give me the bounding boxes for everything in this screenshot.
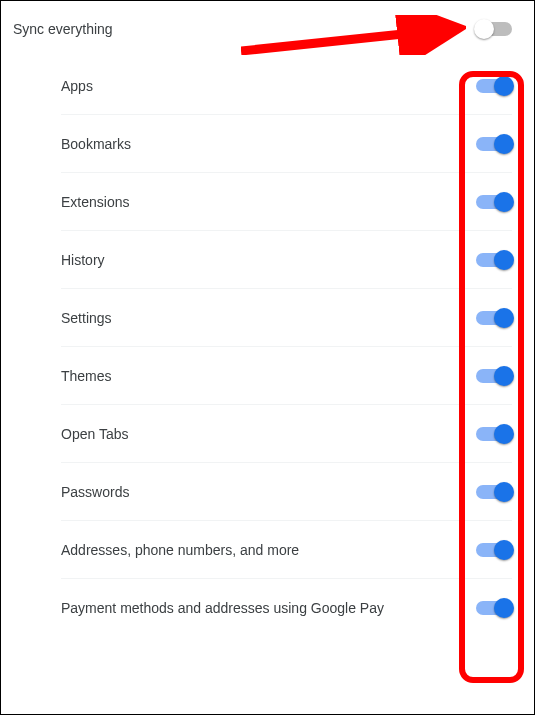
sync-item-toggle[interactable] <box>476 482 512 502</box>
toggle-thumb <box>494 424 514 444</box>
sync-item-label: Themes <box>61 368 124 384</box>
sync-item-row: Themes <box>61 347 512 405</box>
toggle-thumb <box>494 308 514 328</box>
sync-item-row: Bookmarks <box>61 115 512 173</box>
sync-everything-label: Sync everything <box>13 21 113 37</box>
sync-item-label: Bookmarks <box>61 136 143 152</box>
sync-item-label: Extensions <box>61 194 141 210</box>
sync-items-list: Apps Bookmarks Extensions History Settin… <box>1 57 534 637</box>
sync-item-row: Settings <box>61 289 512 347</box>
sync-item-row: History <box>61 231 512 289</box>
toggle-thumb <box>494 76 514 96</box>
sync-item-toggle[interactable] <box>476 134 512 154</box>
sync-item-row: Open Tabs <box>61 405 512 463</box>
sync-everything-row: Sync everything <box>1 1 534 57</box>
sync-item-label: Payment methods and addresses using Goog… <box>61 600 396 616</box>
sync-item-label: Apps <box>61 78 105 94</box>
sync-item-toggle[interactable] <box>476 308 512 328</box>
sync-item-row: Payment methods and addresses using Goog… <box>61 579 512 637</box>
toggle-thumb <box>494 134 514 154</box>
toggle-thumb <box>494 482 514 502</box>
sync-item-toggle[interactable] <box>476 76 512 96</box>
toggle-thumb <box>494 598 514 618</box>
sync-item-toggle[interactable] <box>476 366 512 386</box>
sync-item-label: History <box>61 252 117 268</box>
toggle-thumb <box>474 19 494 39</box>
toggle-thumb <box>494 250 514 270</box>
sync-item-toggle[interactable] <box>476 250 512 270</box>
toggle-thumb <box>494 366 514 386</box>
sync-item-row: Extensions <box>61 173 512 231</box>
sync-item-toggle[interactable] <box>476 540 512 560</box>
toggle-thumb <box>494 192 514 212</box>
sync-item-row: Apps <box>61 57 512 115</box>
sync-item-row: Passwords <box>61 463 512 521</box>
sync-item-label: Addresses, phone numbers, and more <box>61 542 311 558</box>
sync-item-toggle[interactable] <box>476 424 512 444</box>
sync-item-row: Addresses, phone numbers, and more <box>61 521 512 579</box>
sync-item-label: Open Tabs <box>61 426 140 442</box>
sync-item-label: Passwords <box>61 484 141 500</box>
sync-item-toggle[interactable] <box>476 598 512 618</box>
sync-item-label: Settings <box>61 310 124 326</box>
sync-item-toggle[interactable] <box>476 192 512 212</box>
toggle-thumb <box>494 540 514 560</box>
sync-everything-toggle[interactable] <box>476 19 512 39</box>
